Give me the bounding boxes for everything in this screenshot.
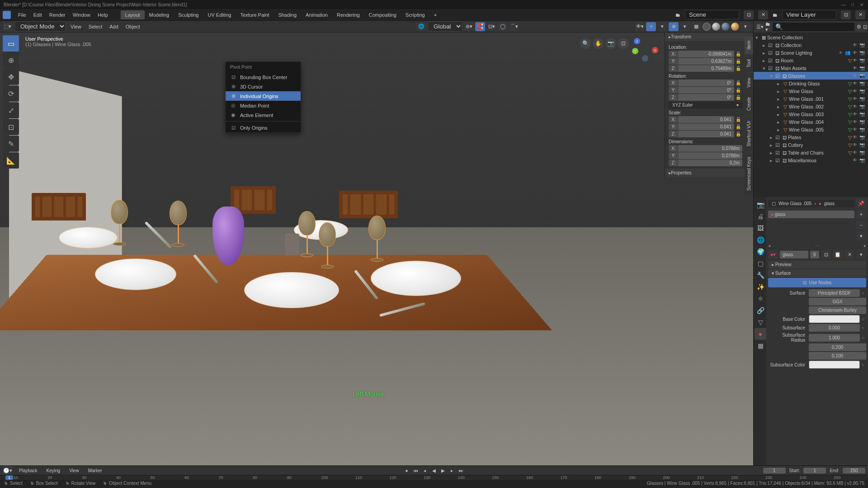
tab-texture-paint[interactable]: Texture Paint <box>236 10 274 19</box>
menu-window[interactable]: Window <box>69 12 94 18</box>
overlay-dropdown[interactable]: ▾ <box>680 22 690 31</box>
remove-slot-button[interactable]: − <box>856 221 866 230</box>
material-slot[interactable]: ● glass <box>768 211 854 218</box>
playback-menu[interactable]: Playback <box>16 467 40 474</box>
node-socket-icon[interactable]: ○ <box>860 291 866 296</box>
blender-logo-icon[interactable] <box>3 11 11 19</box>
outliner-filter-icon[interactable]: ⚙ <box>857 22 861 31</box>
checkbox-icon[interactable]: ☑ <box>774 135 781 140</box>
tab-view[interactable]: View <box>745 73 753 92</box>
3d-viewport[interactable]: Left Mouse ▭ ⊕ ✥ ⟳ ⤢ ⊡ ✎ 📐 User Perspect… <box>0 33 753 465</box>
expand-icon[interactable]: ▸ <box>775 89 782 94</box>
copy-material-button[interactable]: 📋 <box>833 250 843 259</box>
orientation-gizmo[interactable]: Z X Y <box>632 37 659 64</box>
row-toggle-icon[interactable]: 👁 <box>852 127 858 132</box>
expand-icon[interactable]: ▾ <box>768 73 774 79</box>
expand-icon[interactable]: ▸ <box>775 112 782 117</box>
z-axis[interactable]: Z <box>634 38 640 44</box>
row-toggle-icon[interactable]: 📷 <box>859 135 865 140</box>
row-toggle-icon[interactable]: 👁 <box>852 158 858 163</box>
tree-row[interactable]: ▸▽Wine Glass▽👁📷 <box>754 87 868 95</box>
loc-y-value[interactable]: 0.63627m <box>679 58 734 65</box>
expand-icon[interactable]: ▾ <box>761 66 767 71</box>
pivot-button[interactable]: ⊚▾ <box>464 22 474 31</box>
row-toggle-icon[interactable]: 📷 <box>859 112 865 117</box>
menu-render[interactable]: Render <box>46 12 69 18</box>
expand-icon[interactable]: ▸ <box>768 135 774 140</box>
rot-y-value[interactable]: 0° <box>679 87 734 94</box>
expand-icon[interactable]: ▸ <box>761 58 767 63</box>
tab-animation[interactable]: Animation <box>301 10 332 19</box>
expand-icon[interactable]: ▸ <box>768 150 774 155</box>
delete-layer-button[interactable]: ✕ <box>855 10 865 19</box>
surface-shader[interactable]: Principled BSDF <box>809 289 860 297</box>
outliner-type-icon[interactable]: ☰▾ <box>756 22 764 31</box>
breadcrumb-obj[interactable]: Wine Glass .005 <box>778 201 811 206</box>
tool-transform[interactable]: ⊡ <box>3 119 19 135</box>
checkbox-icon[interactable]: ☑ <box>767 66 774 71</box>
view-layer-input[interactable] <box>782 10 836 19</box>
row-toggle-icon[interactable]: 📷 <box>859 89 865 94</box>
tool-cursor[interactable]: ⊕ <box>3 52 19 68</box>
playhead[interactable]: 1 <box>5 475 13 480</box>
tab-modifiers[interactable]: 🔧 <box>755 269 766 281</box>
row-toggle-icon[interactable]: 📷 <box>859 58 865 63</box>
tab-output[interactable]: 🖨 <box>755 211 766 222</box>
outliner-tree[interactable]: ▾⊞Scene Collection▸☑⊡Collection👁📷▸☑⊡Scen… <box>754 33 868 197</box>
tab-rendering[interactable]: Rendering <box>332 10 364 19</box>
use-nodes-button[interactable]: ⊡Use Nodes <box>768 278 866 287</box>
keying-menu[interactable]: Keying <box>44 467 63 474</box>
row-toggle-icon[interactable]: 📷 <box>859 119 865 124</box>
tab-modeling[interactable]: Modeling <box>145 10 174 19</box>
expand-icon[interactable]: ▸ <box>775 104 782 109</box>
snap-button[interactable]: 🧲 <box>475 22 485 31</box>
pivot-only-origins[interactable]: ⊡Only Origins <box>226 123 301 132</box>
tree-row[interactable]: ▸▽Wine Glass .002▽👁📷 <box>754 103 868 110</box>
tool-select[interactable]: ▭ <box>3 35 19 52</box>
row-toggle-icon[interactable]: 👁 <box>852 81 858 86</box>
slot-nav-icon[interactable]: ▸ <box>864 243 866 248</box>
material-users[interactable]: 6 <box>810 251 819 258</box>
row-toggle-icon[interactable]: 📷 <box>859 73 865 78</box>
tab-sculpting[interactable]: Sculpting <box>174 10 203 19</box>
lock-icon[interactable]: 🔓 <box>734 59 742 64</box>
expand-icon[interactable]: ▸ <box>775 127 782 132</box>
row-toggle-icon[interactable]: 📷 <box>859 81 865 86</box>
material-menu-button[interactable]: ▾ <box>856 250 866 259</box>
start-frame[interactable]: 1 <box>803 468 826 474</box>
row-toggle-icon[interactable]: 👁 <box>852 42 858 47</box>
jump-start-button[interactable]: ⏮ <box>412 467 420 474</box>
proportional-type-button[interactable]: ⌒▾ <box>509 22 519 31</box>
close-button[interactable]: ✕ <box>859 2 864 7</box>
tab-compositing[interactable]: Compositing <box>364 10 401 19</box>
sss-method[interactable]: Christensen-Burley <box>809 306 866 314</box>
tab-scene[interactable]: 🌐 <box>755 234 766 246</box>
tool-scale[interactable]: ⤢ <box>3 102 19 118</box>
y-axis[interactable]: Y <box>632 48 638 54</box>
tab-screencast[interactable]: Screencast Keys <box>745 152 753 195</box>
mode-select[interactable]: Object Mode <box>14 21 66 32</box>
tab-shading[interactable]: Shading <box>274 10 301 19</box>
pan-icon[interactable]: ✋ <box>593 38 604 49</box>
pin-icon[interactable]: 📌 <box>856 199 866 208</box>
perspective-icon[interactable]: ⊡ <box>618 38 629 49</box>
distribution[interactable]: GGX <box>809 298 866 305</box>
row-toggle-icon[interactable]: 👁 <box>852 50 858 55</box>
expand-icon[interactable]: ▸ <box>768 158 774 163</box>
tab-particles[interactable]: ✨ <box>755 281 766 293</box>
material-name-input[interactable]: glass <box>780 251 808 258</box>
new-collection-button[interactable]: ⊡ <box>863 22 867 31</box>
scale-y-value[interactable]: 0.041 <box>679 123 734 130</box>
object-menu[interactable]: Object <box>123 23 143 30</box>
timeline-track[interactable]: 1 10203040506070809010011012013014015016… <box>0 475 868 480</box>
shading-dropdown[interactable]: ▾ <box>741 22 750 31</box>
x-axis[interactable]: X <box>652 47 658 53</box>
camera-icon[interactable]: 📷 <box>605 38 616 49</box>
tree-row[interactable]: ▸☑⊡Table and Chairs▽👁📷 <box>754 149 868 156</box>
add-slot-button[interactable]: + <box>856 210 866 219</box>
tree-row[interactable]: ▸☑⊡Collection👁📷 <box>754 41 868 49</box>
orientation-select[interactable]: Global <box>428 21 462 32</box>
tree-row[interactable]: ▾☑⊡Main Assets👁📷 <box>754 64 868 72</box>
play-reverse-button[interactable]: ◀ <box>430 467 438 474</box>
tab-object[interactable]: ▢ <box>755 258 766 269</box>
